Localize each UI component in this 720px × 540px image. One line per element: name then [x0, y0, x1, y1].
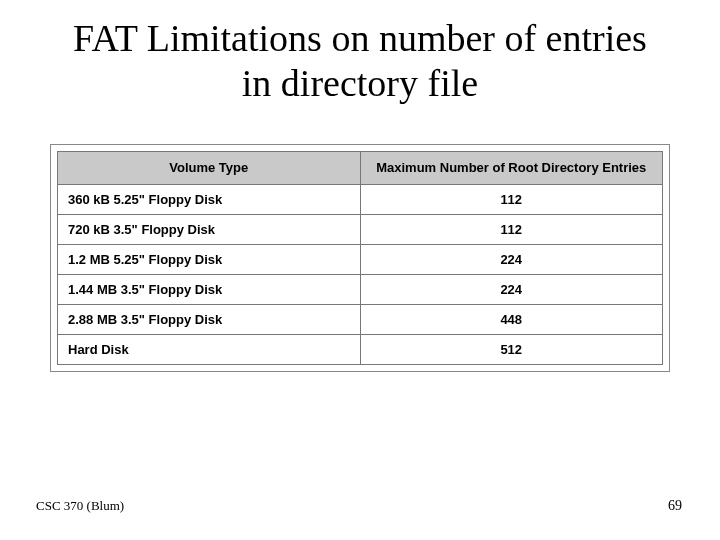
cell-entries: 512: [360, 334, 663, 364]
cell-entries: 224: [360, 274, 663, 304]
cell-volume: Hard Disk: [58, 334, 361, 364]
cell-volume: 360 kB 5.25" Floppy Disk: [58, 184, 361, 214]
table-container: Volume Type Maximum Number of Root Direc…: [50, 144, 670, 372]
cell-volume: 1.44 MB 3.5" Floppy Disk: [58, 274, 361, 304]
cell-volume: 1.2 MB 5.25" Floppy Disk: [58, 244, 361, 274]
cell-volume: 2.88 MB 3.5" Floppy Disk: [58, 304, 361, 334]
cell-entries: 448: [360, 304, 663, 334]
slide: FAT Limitations on number of entries in …: [0, 0, 720, 540]
col-max-entries: Maximum Number of Root Directory Entries: [360, 151, 663, 184]
table-header-row: Volume Type Maximum Number of Root Direc…: [58, 151, 663, 184]
page-title: FAT Limitations on number of entries in …: [30, 12, 690, 106]
footer-course: CSC 370 (Blum): [36, 498, 124, 514]
cell-entries: 112: [360, 184, 663, 214]
table-row: 720 kB 3.5" Floppy Disk 112: [58, 214, 663, 244]
table-row: Hard Disk 512: [58, 334, 663, 364]
table-row: 1.44 MB 3.5" Floppy Disk 224: [58, 274, 663, 304]
table-row: 360 kB 5.25" Floppy Disk 112: [58, 184, 663, 214]
table-row: 2.88 MB 3.5" Floppy Disk 448: [58, 304, 663, 334]
footer-page-number: 69: [668, 498, 682, 514]
cell-volume: 720 kB 3.5" Floppy Disk: [58, 214, 361, 244]
cell-entries: 224: [360, 244, 663, 274]
cell-entries: 112: [360, 214, 663, 244]
fat-limit-table: Volume Type Maximum Number of Root Direc…: [57, 151, 663, 365]
col-volume-type: Volume Type: [58, 151, 361, 184]
table-row: 1.2 MB 5.25" Floppy Disk 224: [58, 244, 663, 274]
